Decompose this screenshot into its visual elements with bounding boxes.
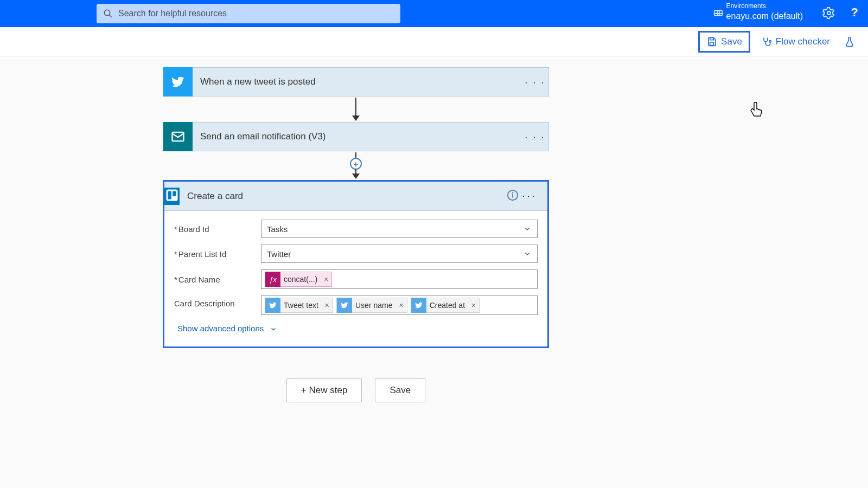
chevron-down-icon — [270, 325, 277, 333]
fx-icon: ƒx — [265, 272, 280, 287]
search-icon — [103, 9, 113, 18]
test-button[interactable] — [841, 31, 858, 53]
connector-arrow-with-add: + — [163, 152, 549, 179]
field-card-description: Card Description Tweet text × User name … — [174, 296, 538, 315]
environment-picker[interactable]: Environments enayu.com (default) — [726, 2, 803, 22]
save-label: Save — [721, 36, 742, 47]
card-title: Create a card — [180, 191, 503, 202]
chevron-down-icon — [523, 224, 532, 233]
svg-point-3 — [827, 11, 831, 15]
expression-token[interactable]: ƒx concat(...) × — [265, 272, 332, 287]
environment-label: Environments — [726, 2, 803, 11]
remove-token-button[interactable]: × — [322, 301, 333, 310]
twitter-icon — [163, 67, 193, 97]
app-header: Search for helpful resources Environment… — [0, 0, 868, 27]
select-value: Tasks — [267, 224, 288, 234]
token-label: User name — [352, 301, 395, 310]
remove-token-button[interactable]: × — [395, 301, 406, 310]
svg-rect-5 — [710, 42, 714, 45]
remove-token-button[interactable]: × — [321, 275, 331, 284]
flow-column: When a new tweet is posted · · · Send an… — [163, 67, 549, 402]
stethoscope-icon — [761, 36, 772, 47]
svg-rect-10 — [173, 191, 176, 196]
canvas-save-button[interactable]: Save — [375, 378, 425, 402]
action-step-create-card: Create a card · · · *Board Id Tasks *Par… — [163, 180, 549, 348]
field-parent-list-id: *Parent List Id Twitter — [174, 245, 538, 263]
token-label: Created at — [426, 301, 468, 310]
remove-token-button[interactable]: × — [468, 301, 479, 310]
action-step-email[interactable]: Send an email notification (V3) · · · — [163, 122, 549, 151]
command-bar: Save Flow checker — [0, 27, 868, 56]
twitter-icon — [265, 298, 280, 313]
flow-canvas[interactable]: When a new tweet is posted · · · Send an… — [0, 56, 868, 488]
svg-point-0 — [104, 10, 110, 16]
search-input[interactable]: Search for helpful resources — [97, 4, 400, 23]
mail-icon — [163, 122, 193, 151]
field-label: Card Description — [174, 296, 261, 308]
board-select[interactable]: Tasks — [261, 220, 538, 238]
card-name-input[interactable]: ƒx concat(...) × — [261, 269, 538, 289]
step-menu-button[interactable]: · · · — [521, 76, 548, 88]
card-description-input[interactable]: Tweet text × User name × Created at × — [261, 296, 538, 315]
field-card-name: *Card Name ƒx concat(...) × — [174, 269, 538, 289]
advanced-options-toggle[interactable]: Show advanced options — [174, 322, 538, 344]
help-button[interactable]: ? — [851, 5, 858, 20]
settings-button[interactable] — [822, 7, 835, 22]
twitter-icon — [337, 298, 352, 313]
token-label: Tweet text — [280, 301, 322, 310]
svg-line-1 — [109, 15, 112, 17]
field-label: *Board Id — [174, 224, 261, 234]
step-title: Send an email notification (V3) — [193, 131, 521, 142]
environment-value: enayu.com (default) — [726, 11, 803, 22]
save-button[interactable]: Save — [698, 31, 750, 53]
step-title: When a new tweet is posted — [193, 76, 521, 87]
environment-icon[interactable] — [712, 8, 724, 22]
token-label: concat(...) — [280, 275, 321, 284]
flow-checker-label: Flow checker — [776, 36, 830, 47]
twitter-icon — [411, 298, 426, 313]
card-body: *Board Id Tasks *Parent List Id Twitter … — [164, 211, 547, 346]
field-label: *Parent List Id — [174, 249, 261, 259]
svg-rect-9 — [168, 191, 171, 199]
step-menu-button[interactable]: · · · — [521, 131, 548, 143]
save-icon — [706, 36, 717, 47]
field-label: *Card Name — [174, 275, 261, 284]
flow-checker-button[interactable]: Flow checker — [754, 31, 838, 53]
trigger-step[interactable]: When a new tweet is posted · · · — [163, 67, 549, 97]
cursor-icon — [750, 102, 764, 118]
insert-step-button[interactable]: + — [350, 158, 362, 170]
field-board-id: *Board Id Tasks — [174, 220, 538, 238]
canvas-footer: + New step Save — [163, 378, 549, 402]
card-header[interactable]: Create a card · · · — [164, 182, 547, 211]
card-menu-button[interactable]: · · · — [522, 191, 547, 201]
connector-arrow — [163, 98, 549, 121]
svg-rect-4 — [710, 37, 714, 40]
trello-icon — [164, 188, 180, 205]
dynamic-token-tweet-text[interactable]: Tweet text × — [265, 298, 333, 313]
list-select[interactable]: Twitter — [261, 245, 538, 263]
select-value: Twitter — [267, 249, 291, 259]
search-placeholder: Search for helpful resources — [118, 9, 227, 18]
dynamic-token-user-name[interactable]: User name × — [336, 298, 407, 313]
chevron-down-icon — [523, 249, 532, 258]
advanced-options-label: Show advanced options — [177, 324, 264, 333]
flask-icon — [844, 36, 855, 47]
dynamic-token-created-at[interactable]: Created at × — [411, 298, 480, 313]
svg-point-13 — [513, 192, 513, 192]
info-button[interactable] — [503, 189, 522, 203]
new-step-button[interactable]: + New step — [286, 378, 362, 402]
svg-point-6 — [769, 40, 771, 42]
